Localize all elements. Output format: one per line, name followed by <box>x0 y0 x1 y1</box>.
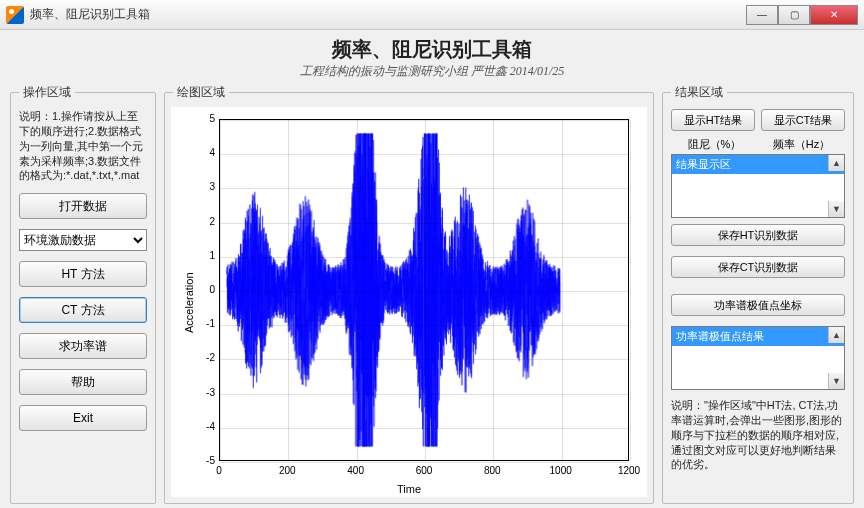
ps-peak-listbox-header: 功率谱极值点结果 <box>672 327 844 346</box>
result-panel: 结果区域 显示HT结果 显示CT结果 阻尼（%） 频率（Hz） 结果显示区 ▲ … <box>662 84 854 504</box>
ps-peak-listbox[interactable]: 功率谱极值点结果 ▲ ▼ <box>671 326 845 390</box>
app-subtitle: 工程结构的振动与监测研究小组 严世鑫 2014/01/25 <box>10 63 854 80</box>
signal-trace <box>220 120 628 460</box>
save-ct-button[interactable]: 保存CT识别数据 <box>671 256 845 278</box>
plot-area: Acceleration Time 020040060080010001200-… <box>171 107 647 497</box>
help-button[interactable]: 帮助 <box>19 369 147 395</box>
x-tick-label: 1000 <box>549 465 573 476</box>
scroll-up-icon[interactable]: ▲ <box>828 327 844 343</box>
frequency-header: 频率（Hz） <box>758 137 845 152</box>
minimize-button[interactable]: — <box>746 5 778 25</box>
x-tick-label: 600 <box>412 465 436 476</box>
result-instructions: 说明："操作区域"中HT法, CT法,功率谱运算时,会弹出一些图形,图形的顺序与… <box>671 398 845 472</box>
window-titlebar: 频率、阻尼识别工具箱 — ▢ ✕ <box>0 0 864 30</box>
y-tick-label: 3 <box>193 181 215 192</box>
x-axis-label: Time <box>397 483 421 495</box>
show-ct-result-button[interactable]: 显示CT结果 <box>761 109 845 131</box>
app-title: 频率、阻尼识别工具箱 <box>10 36 854 63</box>
plot-panel-legend: 绘图区域 <box>173 84 229 101</box>
y-tick-label: -2 <box>193 352 215 363</box>
x-tick-label: 800 <box>480 465 504 476</box>
close-button[interactable]: ✕ <box>810 5 858 25</box>
power-spectrum-button[interactable]: 求功率谱 <box>19 333 147 359</box>
maximize-button[interactable]: ▢ <box>778 5 810 25</box>
x-tick-label: 200 <box>275 465 299 476</box>
scroll-down-icon[interactable]: ▼ <box>828 373 844 389</box>
y-tick-label: 4 <box>193 147 215 158</box>
y-tick-label: -4 <box>193 421 215 432</box>
y-tick-label: 5 <box>193 113 215 124</box>
open-data-button[interactable]: 打开数据 <box>19 193 147 219</box>
y-tick-label: 1 <box>193 250 215 261</box>
show-ht-result-button[interactable]: 显示HT结果 <box>671 109 755 131</box>
window-title: 频率、阻尼识别工具箱 <box>30 6 150 23</box>
ps-peak-button[interactable]: 功率谱极值点坐标 <box>671 294 845 316</box>
damping-header: 阻尼（%） <box>671 137 758 152</box>
plot-panel: 绘图区域 Acceleration Time 02004006008001000… <box>164 84 654 504</box>
result-listbox-header: 结果显示区 <box>672 155 844 174</box>
result-column-headers: 阻尼（%） 频率（Hz） <box>671 135 845 154</box>
ht-method-button[interactable]: HT 方法 <box>19 261 147 287</box>
operation-panel-legend: 操作区域 <box>19 84 75 101</box>
result-listbox[interactable]: 结果显示区 ▲ ▼ <box>671 154 845 218</box>
x-tick-label: 1200 <box>617 465 641 476</box>
x-tick-label: 0 <box>207 465 231 476</box>
y-tick-label: 2 <box>193 216 215 227</box>
scroll-up-icon[interactable]: ▲ <box>828 155 844 171</box>
ct-method-button[interactable]: CT 方法 <box>19 297 147 323</box>
data-mode-select[interactable]: 环境激励数据 <box>19 229 147 251</box>
y-tick-label: 0 <box>193 284 215 295</box>
exit-button[interactable]: Exit <box>19 405 147 431</box>
y-tick-label: -5 <box>193 455 215 466</box>
operation-instructions: 说明：1.操作请按从上至下的顺序进行;2.数据格式为一列向量,其中第一个元素为采… <box>19 109 147 183</box>
scroll-down-icon[interactable]: ▼ <box>828 201 844 217</box>
y-tick-label: -3 <box>193 387 215 398</box>
result-panel-legend: 结果区域 <box>671 84 727 101</box>
matlab-icon <box>6 6 24 24</box>
x-tick-label: 400 <box>344 465 368 476</box>
y-tick-label: -1 <box>193 318 215 329</box>
axes <box>219 119 629 461</box>
save-ht-button[interactable]: 保存HT识别数据 <box>671 224 845 246</box>
operation-panel: 操作区域 说明：1.操作请按从上至下的顺序进行;2.数据格式为一列向量,其中第一… <box>10 84 156 504</box>
